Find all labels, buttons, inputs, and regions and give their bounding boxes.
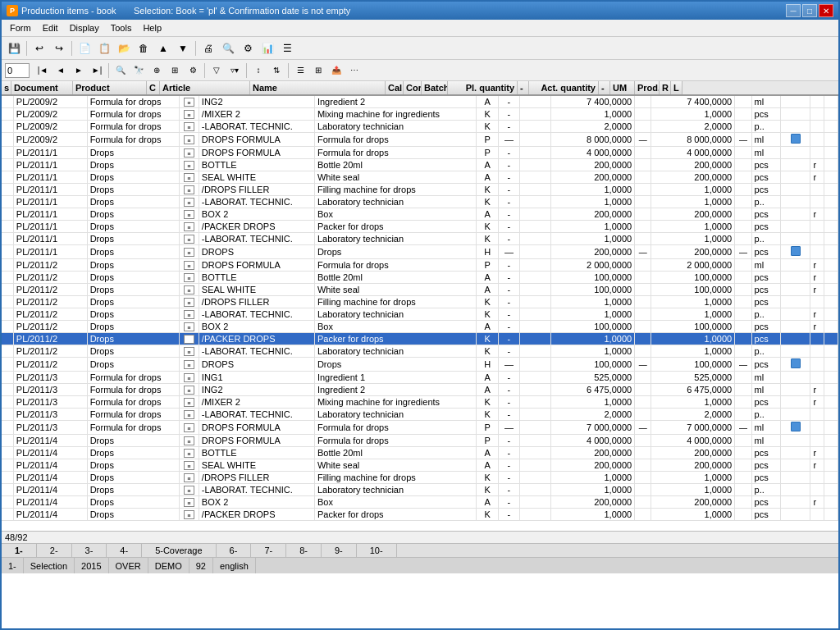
nav-search[interactable]: 🔍 [112, 62, 129, 79]
table-container[interactable]: PL/2009/2 Formula for drops ≡ ING2 Ingre… [2, 96, 838, 531]
col-header-batch[interactable]: Batchl [422, 81, 448, 94]
tb-redo[interactable]: ↪ [50, 39, 68, 57]
tb-delete[interactable]: 🗑 [135, 39, 153, 57]
close-button[interactable]: ✕ [819, 4, 833, 17]
menu-form[interactable]: Form [5, 21, 36, 34]
tb-paste[interactable]: 📂 [115, 39, 133, 57]
tb-new[interactable]: 📄 [75, 39, 94, 57]
col-header-cor[interactable]: Cor [404, 81, 422, 94]
bottom-tab-1[interactable]: 2- [37, 544, 72, 557]
col-header-dash2[interactable]: - [599, 81, 610, 94]
nav-filter2[interactable]: ▿▾ [226, 62, 243, 79]
table-row[interactable]: PL/2011/1 Drops ≡ DROPS FORMULA Formula … [2, 147, 838, 159]
bottom-tab-0[interactable]: 1- [2, 544, 37, 557]
table-row[interactable]: PL/2011/3 Formula for drops ≡ ING2 Ingre… [2, 384, 838, 396]
table-row[interactable]: PL/2009/2 Formula for drops ≡ /MIXER 2 M… [2, 108, 838, 121]
table-row[interactable]: PL/2011/2 Drops ≡ /PACKER DROPS Packer f… [2, 333, 838, 345]
tb-copy[interactable]: 📋 [95, 39, 113, 57]
bottom-tab-9[interactable]: 10- [357, 544, 397, 557]
nav-col[interactable]: ⊞ [167, 62, 183, 79]
table-row[interactable]: PL/2011/1 Drops ≡ -LABORAT. TECHNIC. Lab… [2, 233, 838, 245]
table-row[interactable]: PL/2011/1 Drops ≡ -LABORAT. TECHNIC. Lab… [2, 196, 838, 208]
bottom-tab-5[interactable]: 6- [217, 544, 252, 557]
nav-settings[interactable]: ⚙ [185, 62, 201, 79]
tb-print[interactable]: 🖨 [199, 39, 217, 57]
table-row[interactable]: PL/2011/3 Formula for drops ≡ ING1 Ingre… [2, 372, 838, 384]
table-row[interactable]: PL/2011/2 Drops ≡ -LABORAT. TECHNIC. Lab… [2, 345, 838, 358]
col-header-product[interactable]: Product [73, 81, 147, 94]
table-row[interactable]: PL/2011/2 Drops ≡ BOTTLE Bottle 20ml A -… [2, 272, 838, 284]
table-row[interactable]: PL/2011/2 Drops ≡ /DROPS FILLER Filling … [2, 296, 838, 308]
menu-display[interactable]: Display [65, 21, 104, 34]
table-row[interactable]: PL/2011/2 Drops ≡ DROPS FORMULA Formula … [2, 259, 838, 272]
bottom-tab-2[interactable]: 3- [72, 544, 107, 557]
tb-save[interactable]: 💾 [5, 39, 23, 57]
col-header-r[interactable]: R [660, 81, 671, 94]
col-header-article[interactable]: Article [160, 81, 250, 94]
table-row[interactable]: PL/2011/4 Drops ≡ BOX 2 Box A - 200,0000… [2, 496, 838, 509]
col-header-um[interactable]: UM [610, 81, 635, 94]
col-header-document[interactable]: Document [11, 81, 73, 94]
table-row[interactable]: PL/2009/2 Formula for drops ≡ DROPS FORM… [2, 133, 838, 147]
bottom-tab-3[interactable]: 4- [107, 544, 142, 557]
table-row[interactable]: PL/2011/2 Drops ≡ SEAL WHITE White seal … [2, 284, 838, 296]
nav-first[interactable]: |◄ [34, 62, 51, 79]
table-row[interactable]: PL/2011/4 Drops ≡ -LABORAT. TECHNIC. Lab… [2, 484, 838, 496]
nav-export[interactable]: 📤 [328, 62, 345, 79]
table-row[interactable]: PL/2011/2 Drops ≡ BOX 2 Box A - 100,0000… [2, 321, 838, 333]
nav-more[interactable]: ⋯ [346, 62, 363, 79]
menu-edit[interactable]: Edit [38, 21, 63, 34]
table-row[interactable]: PL/2011/1 Drops ≡ DROPS Drops H — 200,00… [2, 245, 838, 259]
table-row[interactable]: PL/2011/1 Drops ≡ BOX 2 Box A - 200,0000… [2, 208, 838, 221]
nav-next[interactable]: ► [71, 62, 87, 79]
col-header-s[interactable]: s [2, 81, 11, 94]
table-row[interactable]: PL/2011/3 Formula for drops ≡ -LABORAT. … [2, 409, 838, 421]
tb-down[interactable]: ▼ [174, 39, 192, 57]
nav-filter[interactable]: ▽ [208, 62, 225, 79]
minimize-button[interactable]: ─ [786, 4, 801, 17]
table-row[interactable]: PL/2011/4 Drops ≡ BOTTLE Bottle 20ml A -… [2, 447, 838, 459]
bottom-tab-4[interactable]: 5-Coverage [142, 544, 216, 557]
nav-last[interactable]: ►| [89, 62, 105, 79]
table-row[interactable]: PL/2011/1 Drops ≡ /PACKER DROPS Packer f… [2, 221, 838, 233]
maximize-button[interactable]: □ [802, 4, 817, 17]
table-row[interactable]: PL/2011/4 Drops ≡ /DROPS FILLER Filling … [2, 472, 838, 484]
tb-up[interactable]: ▲ [154, 39, 172, 57]
menu-tools[interactable]: Tools [106, 21, 137, 34]
col-header-prod[interactable]: Prod. [635, 81, 660, 94]
table-row[interactable]: PL/2009/2 Formula for drops ≡ -LABORAT. … [2, 121, 838, 133]
tb-filter[interactable]: ⚙ [239, 39, 257, 57]
table-row[interactable]: PL/2011/2 Drops ≡ DROPS Drops H — 100,00… [2, 358, 838, 372]
tb-chart[interactable]: 📊 [258, 39, 276, 57]
tb-undo[interactable]: ↩ [30, 39, 48, 57]
tb-search[interactable]: 🔍 [219, 39, 237, 57]
table-row[interactable]: PL/2011/1 Drops ≡ SEAL WHITE White seal … [2, 171, 838, 184]
search-input[interactable]: 0 [5, 63, 30, 78]
table-row[interactable]: PL/2011/3 Formula for drops ≡ /MIXER 2 M… [2, 396, 838, 409]
table-row[interactable]: PL/2011/1 Drops ≡ BOTTLE Bottle 20ml A -… [2, 159, 838, 171]
tb-list[interactable]: ☰ [278, 39, 296, 57]
col-header-cal[interactable]: Cal [386, 81, 404, 94]
table-row[interactable]: PL/2009/2 Formula for drops ≡ ING2 Ingre… [2, 96, 838, 108]
col-header-name[interactable]: Name [250, 81, 386, 94]
bottom-tab-8[interactable]: 9- [322, 544, 357, 557]
table-row[interactable]: PL/2011/1 Drops ≡ /DROPS FILLER Filling … [2, 184, 838, 196]
table-row[interactable]: PL/2011/2 Drops ≡ -LABORAT. TECHNIC. Lab… [2, 308, 838, 321]
col-header-l[interactable]: L [671, 81, 682, 94]
table-row[interactable]: PL/2011/4 Drops ≡ /PACKER DROPS Packer f… [2, 509, 838, 521]
bottom-tab-7[interactable]: 8- [286, 544, 322, 557]
col-header-c[interactable]: C [147, 81, 160, 94]
nav-binoculars[interactable]: 🔭 [130, 62, 147, 79]
table-row[interactable]: PL/2011/4 Drops ≡ SEAL WHITE White seal … [2, 459, 838, 472]
col-header-act-quantity[interactable]: Act. quantity [529, 81, 599, 94]
table-row[interactable]: PL/2011/4 Drops ≡ DROPS FORMULA Formula … [2, 435, 838, 447]
nav-prev[interactable]: ◄ [52, 62, 69, 79]
bottom-tab-6[interactable]: 7- [251, 544, 286, 557]
nav-grid[interactable]: ⊞ [310, 62, 326, 79]
nav-magnify[interactable]: ⊕ [148, 62, 165, 79]
nav-sort[interactable]: ↕ [250, 62, 267, 79]
col-header-pl-quantity[interactable]: Pl. quantity [448, 81, 518, 94]
nav-sort2[interactable]: ⇅ [268, 62, 285, 79]
col-header-dash1[interactable]: - [518, 81, 529, 94]
table-row[interactable]: PL/2011/3 Formula for drops ≡ DROPS FORM… [2, 421, 838, 435]
